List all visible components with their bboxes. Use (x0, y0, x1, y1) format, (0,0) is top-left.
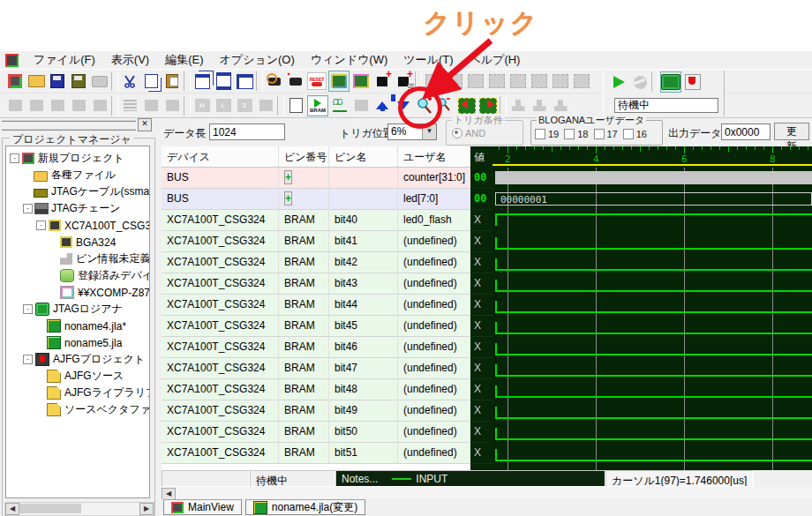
menu-item[interactable]: ツール(T) (395, 51, 461, 68)
expander-icon[interactable]: - (23, 304, 33, 314)
blogana-checkbox-17[interactable]: 17 (594, 129, 618, 139)
menu-item[interactable]: ファイル(F) (26, 51, 103, 68)
tree-item[interactable]: AJFGライブラリファイ (6, 385, 149, 401)
menu-item[interactable]: ウィンドウ(W) (303, 51, 395, 68)
expand-bus-icon[interactable]: + (284, 191, 292, 206)
tree-item[interactable]: 各種ファイル (6, 167, 149, 183)
ajfg-enable-button[interactable] (683, 72, 703, 92)
scroll-right-button[interactable]: ▶ (139, 503, 154, 515)
col-user-name[interactable]: ユーザ名 (398, 146, 470, 168)
tree-item[interactable]: AJFGソース (6, 368, 149, 385)
copy-button[interactable] (141, 71, 161, 91)
table-row[interactable]: XC7A100T_CSG324BRAMbit40led0_flash (162, 210, 470, 231)
expand-bus-icon[interactable]: + (284, 170, 292, 184)
waveform-viewer[interactable]: 2468 00000001 (492, 146, 812, 470)
update-button[interactable]: 更新 (774, 123, 809, 140)
blogana-checkbox-18[interactable]: 18 (564, 129, 588, 139)
table-row[interactable]: XC7A100T_CSG324BRAMbit50(undefined) (162, 422, 470, 443)
checkbox-icon[interactable] (623, 129, 634, 139)
table-row[interactable]: XC7A100T_CSG324BRAMbit41(undefined) (162, 231, 470, 252)
new-waveform-button[interactable] (286, 96, 305, 116)
tree-item[interactable]: ¥¥XCOMP-Z87 (6, 284, 149, 301)
tree-item[interactable]: noname4.jla* (6, 318, 149, 334)
route-device-button[interactable] (351, 71, 371, 91)
table-row[interactable]: XC7A100T_CSG324BRAMbit51(undefined) (162, 443, 470, 464)
waveform-mode-button[interactable] (330, 96, 350, 116)
table-row[interactable]: XC7A100T_CSG324BRAMbit45(undefined) (162, 316, 470, 337)
blogana-checkbox-19[interactable]: 19 (535, 129, 559, 139)
table-row[interactable]: XC7A100T_CSG324BRAMbit43(undefined) (162, 273, 470, 295)
net-doc-icon (60, 286, 74, 299)
scan-device-button[interactable] (328, 71, 350, 92)
checkbox-icon[interactable] (594, 129, 605, 139)
scroll-left-button[interactable]: ◀ (5, 503, 19, 515)
menu-item[interactable]: 表示(V) (103, 51, 157, 68)
reset-button[interactable]: RESET (307, 71, 327, 91)
move-up-button[interactable] (372, 96, 392, 116)
tree-item[interactable]: -JTAGロジアナ (6, 301, 149, 318)
main-horizontal-scrollbar[interactable]: ◀ (162, 487, 812, 499)
tab-noname4[interactable]: noname4.jla(変更) (245, 499, 365, 515)
cascade-windows-button[interactable] (192, 71, 212, 91)
run-status-field[interactable] (614, 98, 718, 113)
paste-button[interactable] (162, 71, 182, 91)
tree-item[interactable]: -JTAGチェーン (6, 200, 149, 217)
table-row[interactable]: BUS+led[7:0] (162, 189, 470, 210)
tree-item[interactable]: ピン情報未定義 (6, 251, 149, 267)
expander-icon[interactable]: - (10, 153, 19, 163)
scroll-left-button[interactable]: ◀ (162, 488, 176, 500)
table-row[interactable]: XC7A100T_CSG324BRAMbit44(undefined) (162, 295, 470, 316)
notes-label[interactable]: Notes... (342, 473, 378, 485)
checkbox-label: 17 (607, 129, 618, 139)
tree-item[interactable]: BGA324 (6, 234, 149, 251)
tree-item[interactable]: -新規プロジェクト (6, 150, 149, 167)
table-row[interactable]: BUS+counter[31:0] (162, 168, 470, 189)
table-row[interactable]: XC7A100T_CSG324BRAMbit46(undefined) (162, 337, 470, 358)
expander-icon[interactable]: - (23, 355, 33, 364)
tree-item[interactable]: noname5.jla (6, 334, 149, 351)
tree-item[interactable]: 登録済みデバイ (6, 267, 149, 284)
tree-item[interactable]: -XC7A100T_CSG324 (6, 217, 149, 234)
expander-icon[interactable]: - (36, 221, 46, 230)
checkbox-icon[interactable] (564, 129, 575, 139)
logana-enable-button[interactable] (660, 71, 681, 93)
table-row[interactable]: XC7A100T_CSG324BRAMbit42(undefined) (162, 252, 470, 273)
project-icon-button[interactable] (5, 71, 25, 91)
save-button[interactable] (48, 71, 67, 91)
add-mark-button[interactable] (372, 71, 392, 91)
table-row[interactable]: XC7A100T_CSG324BRAMbit49(undefined) (162, 400, 470, 422)
menu-item[interactable]: ヘルプ(H) (461, 51, 528, 68)
tree-horizontal-scrollbar[interactable]: ◀ ▶ (4, 502, 154, 516)
open-file-button[interactable] (26, 71, 46, 91)
data-length-input[interactable] (209, 123, 285, 140)
table-row[interactable]: XC7A100T_CSG324BRAMbit47(undefined) (162, 358, 470, 379)
table-row[interactable]: XC7A100T_CSG324BRAMbit48(undefined) (162, 379, 470, 400)
cut-button[interactable] (120, 71, 139, 91)
checkbox-icon[interactable] (535, 129, 545, 139)
tree-item[interactable]: JTAGケーブル(ssmaj) (6, 183, 149, 200)
tile-horizontal-button[interactable] (214, 71, 233, 91)
connect-button[interactable] (265, 71, 284, 91)
disconnect-button[interactable] (286, 71, 305, 91)
panel-grab-handle[interactable] (2, 120, 136, 131)
tab-mainview[interactable]: MainView (163, 499, 242, 515)
output-data-input[interactable] (721, 123, 771, 140)
col-pin-name[interactable]: ピン名 (329, 146, 398, 168)
tile-vertical-button[interactable] (235, 71, 254, 91)
save-all-button[interactable] (69, 71, 88, 91)
goto-trigger-left-button[interactable] (457, 96, 477, 116)
col-pin-number[interactable]: ピン番号 (279, 146, 329, 168)
panel-close-button[interactable]: ✕ (138, 118, 152, 131)
col-device[interactable]: デバイス (162, 146, 279, 168)
run-button[interactable] (609, 72, 628, 92)
goto-trigger-right-button[interactable] (478, 96, 498, 116)
tree-item[interactable]: -AJFGプロジェクト (6, 351, 149, 368)
scrollbar-thumb[interactable] (19, 504, 81, 513)
signal-edge (495, 428, 497, 440)
tree-item[interactable]: ソースベクタファイル (6, 401, 149, 418)
expander-icon[interactable]: - (23, 204, 33, 213)
bram-mode-button[interactable]: BRAM (307, 95, 328, 116)
blogana-checkbox-16[interactable]: 16 (623, 129, 647, 139)
menu-item[interactable]: 編集(E) (157, 51, 211, 68)
menu-item[interactable]: オプション(O) (212, 51, 303, 68)
